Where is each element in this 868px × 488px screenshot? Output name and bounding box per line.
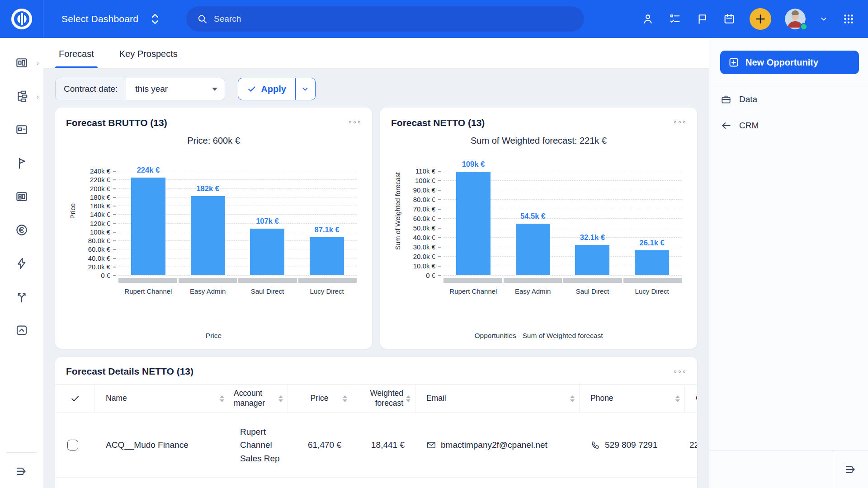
y-tick-label: 220k €	[69, 176, 110, 183]
table-row[interactable]: Rupert Channel Sales Rep	[55, 478, 697, 488]
y-tick-label: 120k €	[69, 219, 110, 227]
search-icon	[197, 14, 208, 24]
sidebar-item-euro[interactable]	[0, 213, 43, 247]
bar-rupert-channel[interactable]	[456, 172, 491, 275]
column-header-price[interactable]: Price	[288, 385, 352, 413]
sidebar-item-dashboards[interactable]: ›	[0, 46, 43, 80]
sort-arrows-icon[interactable]	[406, 395, 410, 402]
apply-button[interactable]: Apply	[238, 78, 295, 100]
filter-value-dropdown[interactable]: this year	[126, 78, 225, 100]
cell-phone[interactable]: 529 809 7291	[580, 413, 685, 477]
sidebar-item-lightning[interactable]	[0, 247, 43, 280]
avatar-chevron-down-icon[interactable]	[819, 12, 828, 26]
euro-icon	[15, 223, 28, 237]
y-tick-label: 20.0k €	[69, 263, 110, 270]
bar-lucy-direct[interactable]	[635, 250, 669, 275]
sidebar-item-hierarchy[interactable]: ›	[0, 80, 43, 113]
select-all-header[interactable]	[55, 385, 95, 413]
briefcase-icon	[720, 94, 732, 105]
bar-rupert-channel[interactable]	[131, 178, 165, 275]
y-tick-label: 0 €	[394, 272, 435, 279]
tick-mark	[113, 267, 116, 267]
tab-key-prospects[interactable]: Key Prospects	[116, 49, 181, 68]
column-header-account-manager[interactable]: Account manager	[229, 385, 288, 413]
column-header-cor[interactable]: Cor	[685, 385, 697, 413]
y-tick-label: 70.0k €	[394, 205, 435, 213]
user-avatar[interactable]	[785, 9, 806, 29]
quick-add-button[interactable]	[750, 8, 771, 30]
tick-mark	[113, 179, 116, 180]
sidebar-item-flag[interactable]	[0, 146, 43, 180]
check-icon	[70, 394, 80, 404]
cell-phone[interactable]	[580, 478, 685, 488]
y-tick-label: 40.0k €	[69, 254, 110, 262]
forecast-details-card: Forecast Details NETTO (13) NameAccount …	[55, 357, 697, 488]
column-header-phone[interactable]: Phone	[580, 385, 685, 413]
search-bar[interactable]	[186, 6, 584, 32]
card-menu-icon[interactable]	[348, 117, 361, 127]
y-tick-label: 60.0k €	[69, 245, 110, 253]
bar-easy-admin[interactable]	[516, 224, 550, 275]
bar-saul-direct[interactable]	[250, 229, 284, 275]
dashboard-selector[interactable]: Select Dashboard	[43, 13, 175, 25]
sort-arrows-icon[interactable]	[343, 395, 347, 402]
tick-mark	[113, 206, 116, 206]
sort-arrows-icon[interactable]	[570, 395, 575, 402]
card-menu-icon[interactable]	[673, 117, 686, 127]
cell-email[interactable]	[415, 478, 580, 488]
category-labels: Rupert ChannelEasy AdminSaul DirectLucy …	[443, 287, 682, 295]
y-tick-label: 40.0k €	[394, 234, 435, 241]
column-header-name[interactable]: Name	[95, 385, 229, 413]
apps-grid-icon[interactable]	[842, 12, 855, 26]
search-input[interactable]	[214, 14, 573, 24]
row-checkbox[interactable]	[67, 440, 78, 450]
panel-expand-button[interactable]	[833, 450, 868, 488]
tab-key-prospects-label: Key Prospects	[119, 49, 178, 59]
forecast-brutto-card: Forecast BRUTTO (13) Price: 600k € Price…	[55, 108, 372, 349]
x-category-label: Lucy Direct	[622, 287, 682, 295]
column-header-email[interactable]: Email	[415, 385, 580, 413]
apply-split-button: Apply	[238, 78, 316, 100]
sidebar-expand-button[interactable]	[14, 465, 29, 480]
bar-value-label: 224k €	[117, 166, 180, 174]
plot-area: 110k €100k €90.0k €80.0k €70.0k €60.0k €…	[443, 159, 682, 275]
cell-name[interactable]	[95, 478, 229, 488]
calendar-icon[interactable]	[722, 12, 736, 26]
panel-item-crm[interactable]: CRM	[709, 113, 868, 139]
table-row[interactable]: ACQ__Mudo FinanceRupert Channel Sales Re…	[55, 413, 697, 478]
column-header-weighted-forecast[interactable]: Weighted forecast	[352, 385, 415, 413]
panel-item-data[interactable]: Data	[709, 86, 868, 113]
new-opportunity-label: New Opportunity	[745, 57, 818, 68]
sort-arrows-icon[interactable]	[675, 395, 680, 402]
tab-forecast[interactable]: Forecast	[55, 49, 98, 68]
column-header-label: Phone	[590, 394, 613, 404]
card-menu-icon[interactable]	[673, 367, 686, 376]
logo-icon	[10, 7, 33, 31]
cell-price	[288, 478, 352, 488]
bar-saul-direct[interactable]	[575, 245, 609, 275]
tasks-checklist-icon[interactable]	[668, 12, 682, 26]
flags-icon[interactable]	[695, 12, 709, 26]
bar-easy-admin[interactable]	[191, 196, 225, 275]
tick-mark	[113, 258, 116, 259]
sidebar-item-card-view[interactable]	[0, 113, 43, 146]
sort-arrows-icon[interactable]	[278, 395, 283, 402]
new-opportunity-button[interactable]: New Opportunity	[720, 51, 859, 74]
y-tick-label: 200k €	[69, 184, 110, 192]
tick-mark	[438, 237, 441, 238]
bar-lucy-direct[interactable]	[310, 237, 344, 275]
cell-name[interactable]: ACQ__Mudo Finance	[95, 413, 229, 477]
sidebar-item-dashboard-alt[interactable]	[0, 180, 43, 213]
cell-email[interactable]: bmactimpany2f@cpanel.net	[415, 413, 580, 477]
sort-arrows-icon[interactable]	[220, 395, 224, 402]
app-logo[interactable]	[0, 0, 43, 38]
tick-mark	[438, 247, 441, 248]
tick-mark	[113, 188, 116, 189]
x-category-label: Lucy Direct	[297, 287, 357, 295]
contacts-icon[interactable]	[641, 12, 655, 26]
sidebar-item-split-arrows[interactable]	[0, 280, 43, 314]
sidebar-item-archive-up[interactable]	[0, 314, 43, 347]
cell-account-manager: Rupert Channel Sales Rep	[229, 413, 288, 477]
apply-options-button[interactable]	[295, 78, 315, 100]
cell-weighted-forecast	[352, 478, 415, 488]
